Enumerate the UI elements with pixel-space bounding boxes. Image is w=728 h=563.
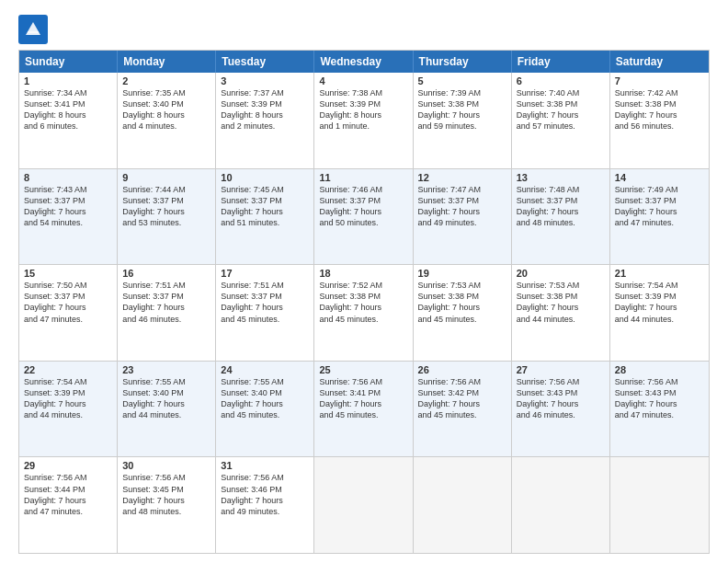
- day-cell-23: 23Sunrise: 7:55 AMSunset: 3:40 PMDayligh…: [118, 362, 216, 457]
- day-cell-19: 19Sunrise: 7:53 AMSunset: 3:38 PMDayligh…: [414, 265, 512, 361]
- day-info: Sunrise: 7:40 AMSunset: 3:38 PMDaylight:…: [517, 87, 605, 132]
- day-number: 16: [122, 268, 210, 279]
- day-info: Sunrise: 7:56 AMSunset: 3:46 PMDaylight:…: [221, 472, 309, 517]
- day-cell-26: 26Sunrise: 7:56 AMSunset: 3:42 PMDayligh…: [414, 362, 512, 457]
- svg-rect-2: [28, 31, 39, 33]
- empty-cell: [512, 457, 610, 553]
- day-number: 14: [615, 172, 704, 183]
- day-number: 30: [122, 460, 210, 471]
- day-info: Sunrise: 7:34 AMSunset: 3:41 PMDaylight:…: [24, 87, 112, 132]
- day-cell-24: 24Sunrise: 7:55 AMSunset: 3:40 PMDayligh…: [216, 362, 314, 457]
- day-cell-17: 17Sunrise: 7:51 AMSunset: 3:37 PMDayligh…: [216, 265, 314, 361]
- day-number: 31: [221, 460, 309, 471]
- header: [18, 15, 710, 44]
- day-cell-30: 30Sunrise: 7:56 AMSunset: 3:45 PMDayligh…: [118, 457, 216, 553]
- day-number: 10: [221, 172, 309, 183]
- day-number: 4: [319, 75, 407, 86]
- calendar-row-3: 15Sunrise: 7:50 AMSunset: 3:37 PMDayligh…: [19, 265, 709, 362]
- day-number: 15: [24, 268, 112, 279]
- day-cell-1: 1Sunrise: 7:34 AMSunset: 3:41 PMDaylight…: [19, 73, 118, 168]
- day-info: Sunrise: 7:49 AMSunset: 3:37 PMDaylight:…: [615, 184, 704, 229]
- day-info: Sunrise: 7:54 AMSunset: 3:39 PMDaylight:…: [615, 280, 704, 325]
- day-cell-14: 14Sunrise: 7:49 AMSunset: 3:37 PMDayligh…: [610, 169, 709, 265]
- day-info: Sunrise: 7:56 AMSunset: 3:42 PMDaylight:…: [418, 376, 506, 421]
- day-info: Sunrise: 7:38 AMSunset: 3:39 PMDaylight:…: [319, 87, 407, 132]
- day-info: Sunrise: 7:45 AMSunset: 3:37 PMDaylight:…: [221, 184, 309, 229]
- day-cell-29: 29Sunrise: 7:56 AMSunset: 3:44 PMDayligh…: [19, 457, 118, 553]
- day-cell-15: 15Sunrise: 7:50 AMSunset: 3:37 PMDayligh…: [19, 265, 118, 361]
- day-cell-11: 11Sunrise: 7:46 AMSunset: 3:37 PMDayligh…: [314, 169, 413, 265]
- day-cell-4: 4Sunrise: 7:38 AMSunset: 3:39 PMDaylight…: [314, 73, 413, 168]
- day-number: 23: [122, 364, 210, 375]
- calendar-header: SundayMondayTuesdayWednesdayThursdayFrid…: [19, 51, 709, 73]
- day-info: Sunrise: 7:56 AMSunset: 3:43 PMDaylight:…: [517, 376, 605, 421]
- day-info: Sunrise: 7:44 AMSunset: 3:37 PMDaylight:…: [122, 184, 210, 229]
- day-info: Sunrise: 7:56 AMSunset: 3:45 PMDaylight:…: [122, 472, 210, 517]
- day-cell-28: 28Sunrise: 7:56 AMSunset: 3:43 PMDayligh…: [610, 362, 709, 457]
- day-cell-8: 8Sunrise: 7:43 AMSunset: 3:37 PMDaylight…: [19, 169, 118, 265]
- day-cell-31: 31Sunrise: 7:56 AMSunset: 3:46 PMDayligh…: [216, 457, 314, 553]
- day-info: Sunrise: 7:52 AMSunset: 3:38 PMDaylight:…: [319, 280, 407, 325]
- day-number: 3: [221, 75, 309, 86]
- day-number: 5: [418, 75, 506, 86]
- empty-cell: [414, 457, 512, 553]
- header-day-sunday: Sunday: [19, 51, 118, 73]
- header-day-friday: Friday: [512, 51, 610, 73]
- day-number: 7: [615, 75, 704, 86]
- header-day-saturday: Saturday: [610, 51, 709, 73]
- day-cell-18: 18Sunrise: 7:52 AMSunset: 3:38 PMDayligh…: [314, 265, 413, 361]
- calendar-row-2: 8Sunrise: 7:43 AMSunset: 3:37 PMDaylight…: [19, 169, 709, 266]
- empty-cell: [610, 457, 709, 553]
- day-info: Sunrise: 7:51 AMSunset: 3:37 PMDaylight:…: [221, 280, 309, 325]
- day-number: 24: [221, 364, 309, 375]
- header-day-monday: Monday: [118, 51, 216, 73]
- day-cell-9: 9Sunrise: 7:44 AMSunset: 3:37 PMDaylight…: [118, 169, 216, 265]
- day-number: 2: [122, 75, 210, 86]
- day-info: Sunrise: 7:39 AMSunset: 3:38 PMDaylight:…: [418, 87, 506, 132]
- day-number: 1: [24, 75, 112, 86]
- day-info: Sunrise: 7:56 AMSunset: 3:43 PMDaylight:…: [615, 376, 704, 421]
- day-cell-27: 27Sunrise: 7:56 AMSunset: 3:43 PMDayligh…: [512, 362, 610, 457]
- day-info: Sunrise: 7:46 AMSunset: 3:37 PMDaylight:…: [319, 184, 407, 229]
- day-cell-13: 13Sunrise: 7:48 AMSunset: 3:37 PMDayligh…: [512, 169, 610, 265]
- header-day-tuesday: Tuesday: [216, 51, 314, 73]
- day-info: Sunrise: 7:43 AMSunset: 3:37 PMDaylight:…: [24, 184, 112, 229]
- day-cell-25: 25Sunrise: 7:56 AMSunset: 3:41 PMDayligh…: [314, 362, 413, 457]
- day-info: Sunrise: 7:50 AMSunset: 3:37 PMDaylight:…: [24, 280, 112, 325]
- day-cell-7: 7Sunrise: 7:42 AMSunset: 3:38 PMDaylight…: [610, 73, 709, 168]
- day-info: Sunrise: 7:56 AMSunset: 3:41 PMDaylight:…: [319, 376, 407, 421]
- day-info: Sunrise: 7:55 AMSunset: 3:40 PMDaylight:…: [221, 376, 309, 421]
- calendar-row-4: 22Sunrise: 7:54 AMSunset: 3:39 PMDayligh…: [19, 362, 709, 458]
- day-cell-5: 5Sunrise: 7:39 AMSunset: 3:38 PMDaylight…: [414, 73, 512, 168]
- day-info: Sunrise: 7:42 AMSunset: 3:38 PMDaylight:…: [615, 87, 704, 132]
- header-day-wednesday: Wednesday: [314, 51, 413, 73]
- day-number: 28: [615, 364, 704, 375]
- day-number: 6: [517, 75, 605, 86]
- calendar-body: 1Sunrise: 7:34 AMSunset: 3:41 PMDaylight…: [19, 73, 709, 553]
- day-info: Sunrise: 7:37 AMSunset: 3:39 PMDaylight:…: [221, 87, 309, 132]
- day-cell-2: 2Sunrise: 7:35 AMSunset: 3:40 PMDaylight…: [118, 73, 216, 168]
- day-info: Sunrise: 7:56 AMSunset: 3:44 PMDaylight:…: [24, 472, 112, 517]
- day-number: 9: [122, 172, 210, 183]
- day-cell-10: 10Sunrise: 7:45 AMSunset: 3:37 PMDayligh…: [216, 169, 314, 265]
- day-info: Sunrise: 7:53 AMSunset: 3:38 PMDaylight:…: [418, 280, 506, 325]
- day-number: 13: [517, 172, 605, 183]
- day-number: 12: [418, 172, 506, 183]
- calendar: SundayMondayTuesdayWednesdayThursdayFrid…: [18, 50, 710, 554]
- day-info: Sunrise: 7:51 AMSunset: 3:37 PMDaylight:…: [122, 280, 210, 325]
- day-cell-12: 12Sunrise: 7:47 AMSunset: 3:37 PMDayligh…: [414, 169, 512, 265]
- day-number: 19: [418, 268, 506, 279]
- page: SundayMondayTuesdayWednesdayThursdayFrid…: [0, 0, 728, 563]
- day-number: 27: [517, 364, 605, 375]
- day-number: 17: [221, 268, 309, 279]
- day-info: Sunrise: 7:55 AMSunset: 3:40 PMDaylight:…: [122, 376, 210, 421]
- logo: [18, 15, 50, 44]
- logo-icon: [18, 15, 48, 44]
- calendar-row-1: 1Sunrise: 7:34 AMSunset: 3:41 PMDaylight…: [19, 73, 709, 169]
- day-number: 22: [24, 364, 112, 375]
- day-info: Sunrise: 7:47 AMSunset: 3:37 PMDaylight:…: [418, 184, 506, 229]
- day-cell-16: 16Sunrise: 7:51 AMSunset: 3:37 PMDayligh…: [118, 265, 216, 361]
- day-cell-21: 21Sunrise: 7:54 AMSunset: 3:39 PMDayligh…: [610, 265, 709, 361]
- day-info: Sunrise: 7:54 AMSunset: 3:39 PMDaylight:…: [24, 376, 112, 421]
- day-number: 8: [24, 172, 112, 183]
